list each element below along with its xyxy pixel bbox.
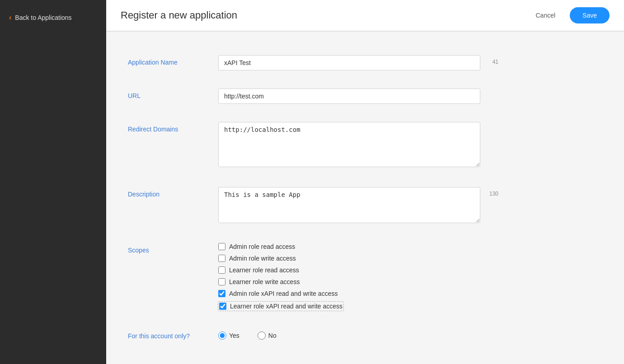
scope-admin-write: Admin role write access xyxy=(218,255,343,262)
sidebar: ‹ Back to Applications xyxy=(0,0,106,364)
app-name-char-count: 41 xyxy=(493,59,498,65)
header-actions: Cancel Save xyxy=(528,7,610,23)
scopes-label: Scopes xyxy=(128,243,218,254)
main-content: Register a new application Cancel Save A… xyxy=(106,0,624,364)
scope-learner-xapi-label: Learner role xAPI read and write access xyxy=(230,303,342,310)
scopes-row: Scopes Admin role read access Admin role… xyxy=(128,234,602,320)
description-label: Description xyxy=(128,187,218,198)
scope-admin-read: Admin role read access xyxy=(218,243,343,250)
radio-no-input[interactable] xyxy=(258,331,266,340)
account-only-label: For this account only? xyxy=(128,329,218,340)
account-only-row: For this account only? Yes No xyxy=(128,320,602,349)
scope-learner-write-label: Learner role write access xyxy=(229,278,300,285)
scope-learner-write: Learner role write access xyxy=(218,278,343,285)
back-link-label: Back to Applications xyxy=(15,14,71,21)
scope-learner-read-label: Learner role read access xyxy=(229,266,299,274)
scope-admin-write-checkbox[interactable] xyxy=(218,255,225,262)
registration-form: Application Name 41 URL Redirect Domains… xyxy=(106,32,624,363)
radio-no-label: No xyxy=(268,332,277,339)
page-title: Register a new application xyxy=(121,9,237,21)
url-input[interactable] xyxy=(218,89,480,104)
back-to-applications-link[interactable]: ‹ Back to Applications xyxy=(0,9,106,26)
app-name-control: 41 xyxy=(218,55,480,70)
scope-admin-write-label: Admin role write access xyxy=(229,255,296,262)
radio-yes-input[interactable] xyxy=(218,331,226,340)
scope-learner-write-checkbox[interactable] xyxy=(218,278,225,285)
redirect-domains-label: Redirect Domains xyxy=(128,122,218,133)
scope-learner-read-checkbox[interactable] xyxy=(218,266,225,274)
save-button[interactable]: Save xyxy=(570,7,610,23)
scope-learner-read: Learner role read access xyxy=(218,266,343,274)
description-char-count: 130 xyxy=(489,191,498,197)
url-control xyxy=(218,89,480,104)
redirect-domains-textarea[interactable]: http://localhost.com xyxy=(218,122,480,167)
scope-admin-xapi-checkbox[interactable] xyxy=(218,290,225,297)
scope-admin-read-checkbox[interactable] xyxy=(218,243,225,250)
url-label: URL xyxy=(128,89,218,99)
radio-no-item[interactable]: No xyxy=(258,331,277,340)
scope-admin-xapi-label: Admin role xAPI read and write access xyxy=(229,290,338,297)
scope-learner-xapi: Learner role xAPI read and write access xyxy=(218,302,343,311)
app-name-input[interactable] xyxy=(218,55,480,70)
account-only-radio-group: Yes No xyxy=(218,329,277,340)
redirect-domains-control: http://localhost.com xyxy=(218,122,480,169)
scope-learner-xapi-checkbox[interactable] xyxy=(219,303,226,310)
page-header: Register a new application Cancel Save xyxy=(106,0,624,31)
description-control: This is a sample App 130 xyxy=(218,187,480,225)
scopes-list: Admin role read access Admin role write … xyxy=(218,243,343,311)
url-row: URL xyxy=(128,79,602,113)
redirect-domains-row: Redirect Domains http://localhost.com xyxy=(128,113,602,178)
app-name-row: Application Name 41 xyxy=(128,46,602,79)
description-textarea[interactable]: This is a sample App xyxy=(218,187,480,223)
cancel-button[interactable]: Cancel xyxy=(528,8,563,23)
app-name-label: Application Name xyxy=(128,55,218,66)
radio-yes-label: Yes xyxy=(229,332,239,339)
back-arrow-icon: ‹ xyxy=(9,14,11,22)
scope-admin-read-label: Admin role read access xyxy=(229,243,295,250)
scope-admin-xapi: Admin role xAPI read and write access xyxy=(218,290,343,297)
description-row: Description This is a sample App 130 xyxy=(128,178,602,234)
radio-yes-item[interactable]: Yes xyxy=(218,331,239,340)
